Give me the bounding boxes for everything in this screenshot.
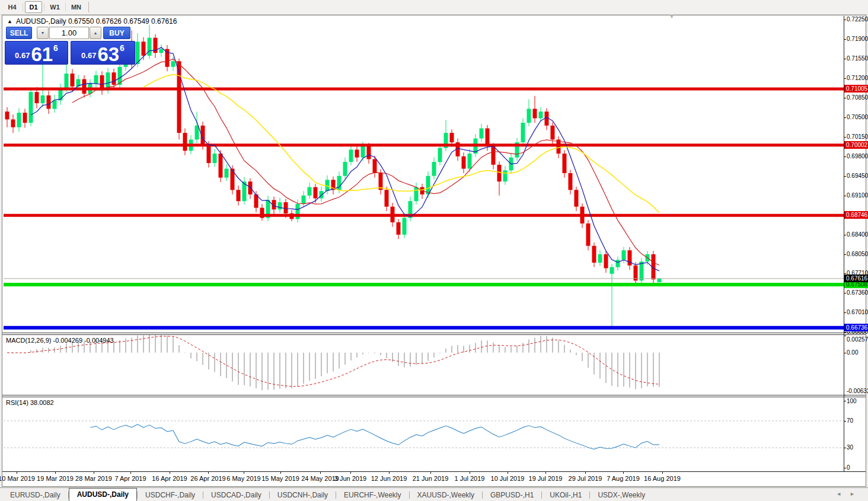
moving-average-24 <box>143 75 659 213</box>
date-tick-mark <box>17 472 17 474</box>
date-tick-mark <box>662 472 663 474</box>
date-tick-mark <box>545 472 546 474</box>
date-tick-mark <box>508 472 508 474</box>
date-axis-label: 21 Jun 2019 <box>408 475 453 482</box>
timeframe-toolbar: H4D1W1MN <box>0 0 868 15</box>
volume-decrease-button[interactable]: ▼ <box>37 27 49 39</box>
date-tick-mark <box>350 472 351 474</box>
tab-usdx-weekly[interactable]: USDX-,Weekly <box>590 489 653 501</box>
macd-indicator-label: MACD(12,26,9) -0.004269 -0.004943 <box>6 337 114 344</box>
date-tick-mark <box>280 472 281 474</box>
tab-scroll-arrows: ◄► <box>836 491 863 497</box>
chart-title-text: AUDUSD-,Daily 0.67550 0.67626 0.67549 0.… <box>16 17 177 25</box>
date-axis-label: 7 Apr 2019 <box>108 475 153 482</box>
volume-input[interactable] <box>49 27 89 39</box>
timeframe-button-w1[interactable]: W1 <box>46 1 63 13</box>
chart-shift-marker-icon[interactable]: ▼ <box>669 14 675 20</box>
date-axis-label: 16 Aug 2019 <box>640 475 685 482</box>
toolbar-separator <box>88 2 89 12</box>
tab-scroll-left-icon[interactable]: ◄ <box>836 491 850 497</box>
timeframe-button-d1[interactable]: D1 <box>25 1 42 13</box>
chart-tab-bar: EURUSD-,DailyAUDUSD-,DailyUSDCHF-,DailyU… <box>0 487 868 501</box>
mt4-terminal-window: { "toolbar": { "timeframes": [ {"label":… <box>0 0 868 501</box>
volume-increase-button[interactable]: ▲ <box>90 27 101 39</box>
tab-usdchf-daily[interactable]: USDCHF-,Daily <box>138 489 203 501</box>
tab-eurusd-daily[interactable]: EURUSD-,Daily <box>2 489 68 501</box>
buy-price-prefix: 0.67 <box>81 51 96 60</box>
collapse-panel-arrow-icon[interactable]: ▲ <box>7 18 12 24</box>
rsi-indicator-label: RSI(14) 38.0082 <box>6 399 54 406</box>
tab-scroll-right-icon[interactable]: ► <box>850 491 863 497</box>
tab-eurchf-weekly[interactable]: EURCHF-,Weekly <box>336 489 409 501</box>
date-axis-label: 12 Jun 2019 <box>366 475 411 482</box>
date-tick-mark <box>623 472 624 474</box>
tab-gbpusd-h1[interactable]: GBPUSD-,H1 <box>483 489 541 501</box>
date-tick-mark <box>470 472 470 474</box>
tab-audusd-daily[interactable]: AUDUSD-,Daily <box>69 488 137 501</box>
buy-price-pip: 6 <box>120 43 125 53</box>
date-tick-mark <box>585 472 586 474</box>
sell-price-big: 61 <box>31 46 53 62</box>
timeframe-button-mn[interactable]: MN <box>68 1 85 13</box>
rsi-pane-canvas[interactable] <box>4 397 844 471</box>
buy-price-display[interactable]: 0.67636 <box>71 41 135 65</box>
date-tick-mark <box>94 472 94 474</box>
sell-price-display[interactable]: 0.67616 <box>5 41 68 65</box>
toolbar-separator <box>65 3 66 11</box>
timeframe-button-h4[interactable]: H4 <box>4 1 21 13</box>
date-tick-mark <box>389 472 390 474</box>
date-axis-label: 15 May 2019 <box>258 475 303 482</box>
date-tick-mark <box>208 472 209 474</box>
date-tick-mark <box>320 472 321 474</box>
date-tick-mark <box>244 472 244 474</box>
chart-title: ▲AUDUSD-,Daily 0.67550 0.67626 0.67549 0… <box>7 17 177 25</box>
one-click-trading-panel: SELL ▼ ▲ BUY 0.67616 0.67636 <box>5 26 135 65</box>
date-axis-label: 19 Jul 2019 <box>523 475 568 482</box>
date-tick-mark <box>130 472 131 474</box>
buy-button[interactable]: BUY <box>103 27 130 39</box>
sell-button[interactable]: SELL <box>6 27 32 39</box>
buy-price-big: 63 <box>97 46 119 62</box>
tab-ukoil-h1[interactable]: UKOil-,H1 <box>542 489 589 501</box>
sell-price-prefix: 0.67 <box>15 51 30 60</box>
date-axis-label: 7 Aug 2019 <box>601 475 646 482</box>
candles <box>5 25 662 327</box>
rsi-line <box>90 425 659 449</box>
sell-price-pip: 6 <box>53 43 58 53</box>
tab-usdcad-daily[interactable]: USDCAD-,Daily <box>203 489 269 501</box>
toolbar-separator <box>44 3 44 11</box>
date-tick-mark <box>55 472 56 474</box>
price-axis-border <box>844 16 844 471</box>
macd-pane-canvas[interactable] <box>4 335 844 395</box>
date-tick-mark <box>430 472 431 474</box>
date-axis: 10 Mar 201919 Mar 201928 Mar 20197 Apr 2… <box>0 472 868 487</box>
tab-usdcnh-daily[interactable]: USDCNH-,Daily <box>270 489 336 501</box>
date-tick-mark <box>170 472 170 474</box>
toolbar-separator <box>23 3 23 11</box>
tab-xauusd-weekly[interactable]: XAUUSD-,Weekly <box>410 489 482 501</box>
